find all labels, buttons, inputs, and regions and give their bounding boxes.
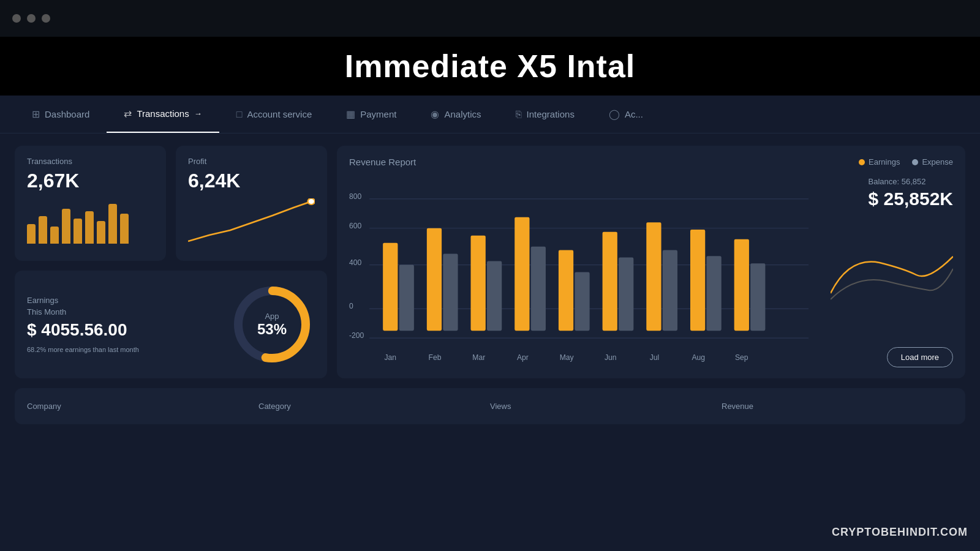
svg-text:0: 0 bbox=[349, 302, 353, 311]
expense-legend-dot bbox=[912, 159, 918, 165]
donut-app-label: App bbox=[265, 312, 279, 321]
svg-text:Jul: Jul bbox=[650, 353, 660, 362]
transactions-icon: ⇄ bbox=[124, 108, 132, 119]
profit-label: Profit bbox=[188, 157, 315, 166]
legend: Earnings Expense bbox=[859, 157, 953, 167]
svg-rect-18 bbox=[487, 261, 502, 331]
nav-item-dashboard[interactable]: ⊞ Dashboard bbox=[15, 96, 107, 133]
transactions-bar-chart bbox=[27, 201, 154, 244]
profit-card: Profit 6,24K bbox=[176, 146, 327, 261]
transactions-card: Transactions 2,67K bbox=[15, 146, 166, 261]
profit-value: 6,24K bbox=[188, 170, 315, 192]
balance-value: $ 25,852K bbox=[869, 189, 953, 209]
svg-rect-26 bbox=[663, 250, 677, 331]
profit-line-chart bbox=[188, 198, 315, 247]
nav-label-analytics: Analytics bbox=[444, 109, 481, 119]
svg-rect-30 bbox=[750, 263, 765, 331]
svg-point-0 bbox=[308, 198, 315, 204]
svg-text:Jun: Jun bbox=[605, 353, 617, 362]
svg-rect-21 bbox=[559, 250, 573, 331]
bar bbox=[50, 227, 59, 244]
expense-legend-label: Expense bbox=[922, 157, 953, 167]
nav-item-analytics[interactable]: ◉ Analytics bbox=[413, 96, 498, 133]
transactions-arrow: → bbox=[194, 109, 202, 118]
dot-3 bbox=[42, 14, 50, 23]
earnings-text: Earnings This Month $ 4055.56.00 68.2% m… bbox=[27, 296, 214, 353]
svg-rect-28 bbox=[706, 256, 721, 331]
balance-label: Balance: 56,852 bbox=[869, 177, 953, 186]
revenue-header: Revenue Report Earnings Expense bbox=[349, 157, 953, 167]
bar bbox=[62, 209, 70, 244]
donut-percentage: 53% bbox=[257, 321, 287, 338]
svg-text:Jan: Jan bbox=[385, 353, 397, 362]
bar bbox=[74, 219, 82, 244]
svg-rect-13 bbox=[383, 243, 398, 331]
dot-1 bbox=[12, 14, 21, 23]
svg-rect-16 bbox=[443, 254, 458, 331]
svg-rect-24 bbox=[619, 258, 633, 331]
earnings-note: 68.2% more earnings than last month bbox=[27, 346, 214, 353]
earnings-sublabel: This Month bbox=[27, 307, 214, 317]
bar bbox=[108, 204, 117, 244]
balance-info: Balance: 56,852 $ 25,852K bbox=[869, 177, 953, 209]
svg-text:Mar: Mar bbox=[472, 353, 485, 362]
balance-curve-chart bbox=[831, 238, 953, 312]
nav-item-integrations[interactable]: ⎘ Integrations bbox=[499, 96, 592, 133]
balance-panel: Balance: 56,852 $ 25,852K Load more bbox=[818, 177, 953, 367]
main-content: Transactions 2,67K Profit 6,24K E bbox=[0, 133, 980, 551]
nav-label-account: Account service bbox=[247, 109, 312, 119]
earnings-value: $ 4055.56.00 bbox=[27, 320, 214, 340]
bar bbox=[27, 224, 36, 244]
nav-label-ac: Ac... bbox=[625, 109, 643, 119]
dot-2 bbox=[27, 14, 36, 23]
account-icon: □ bbox=[236, 109, 243, 120]
nav-item-payment[interactable]: ▦ Payment bbox=[329, 96, 413, 133]
ac-icon: ◯ bbox=[609, 108, 620, 120]
earnings-card: Earnings This Month $ 4055.56.00 68.2% m… bbox=[15, 271, 327, 378]
svg-rect-19 bbox=[514, 217, 529, 331]
left-column: Transactions 2,67K Profit 6,24K E bbox=[15, 146, 327, 378]
table-col-company: Company bbox=[27, 398, 258, 414]
transactions-label: Transactions bbox=[27, 157, 154, 166]
nav-item-ac[interactable]: ◯ Ac... bbox=[592, 96, 660, 133]
revenue-card: Revenue Report Earnings Expense bbox=[337, 146, 965, 378]
revenue-main-chart: 800 600 400 0 -200 bbox=[349, 177, 809, 367]
payment-icon: ▦ bbox=[346, 108, 355, 120]
table-col-revenue: Revenue bbox=[722, 398, 953, 414]
svg-rect-29 bbox=[734, 239, 749, 331]
load-more-button[interactable]: Load more bbox=[887, 347, 953, 367]
svg-rect-14 bbox=[399, 265, 414, 331]
svg-text:-200: -200 bbox=[349, 331, 364, 340]
earnings-label: Earnings bbox=[27, 296, 214, 305]
table-header: Company Category Views Revenue bbox=[27, 398, 953, 414]
svg-rect-23 bbox=[603, 232, 617, 331]
bar bbox=[85, 211, 94, 244]
revenue-svg: 800 600 400 0 -200 bbox=[349, 177, 809, 367]
donut-chart: App 53% bbox=[229, 282, 315, 367]
svg-text:Apr: Apr bbox=[517, 353, 529, 362]
nav-label-transactions: Transactions bbox=[137, 108, 189, 119]
table-col-views: Views bbox=[490, 398, 722, 414]
earnings-legend-dot bbox=[859, 159, 865, 165]
nav-label-integrations: Integrations bbox=[527, 109, 575, 119]
svg-text:600: 600 bbox=[349, 221, 361, 230]
svg-text:Feb: Feb bbox=[429, 353, 442, 362]
nav-item-transactions[interactable]: ⇄ Transactions → bbox=[107, 96, 219, 133]
svg-rect-15 bbox=[427, 228, 442, 331]
svg-text:Aug: Aug bbox=[692, 353, 705, 362]
analytics-icon: ◉ bbox=[431, 108, 439, 120]
transactions-value: 2,67K bbox=[27, 170, 154, 192]
svg-rect-25 bbox=[646, 222, 661, 331]
legend-earnings: Earnings bbox=[859, 157, 900, 167]
bottom-table: Company Category Views Revenue bbox=[15, 388, 965, 424]
dashboard-icon: ⊞ bbox=[32, 108, 40, 120]
svg-rect-22 bbox=[575, 272, 589, 331]
svg-rect-17 bbox=[471, 236, 486, 331]
revenue-title: Revenue Report bbox=[349, 157, 416, 167]
watermark: CRYPTOBEHINDIT.COM bbox=[832, 526, 968, 539]
legend-expense: Expense bbox=[912, 157, 953, 167]
nav-item-account[interactable]: □ Account service bbox=[219, 96, 330, 133]
revenue-chart-container: 800 600 400 0 -200 bbox=[349, 177, 953, 367]
earnings-legend-label: Earnings bbox=[869, 157, 900, 167]
integrations-icon: ⎘ bbox=[516, 109, 522, 120]
